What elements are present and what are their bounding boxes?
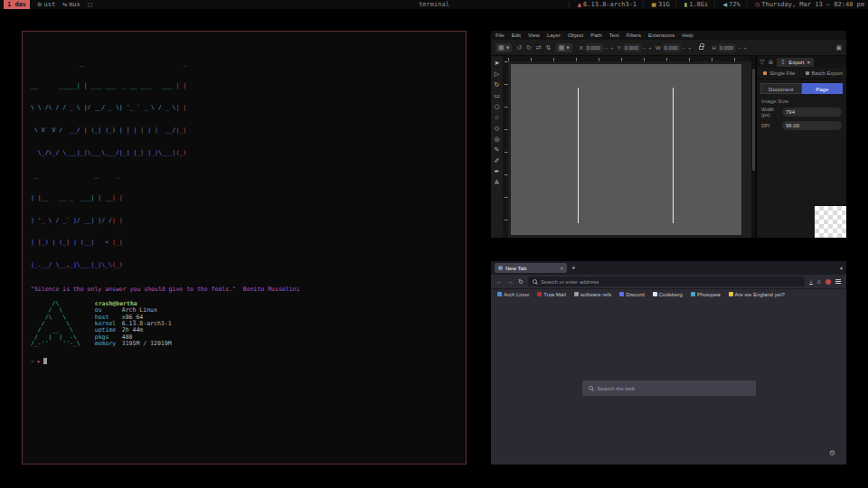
toolbox-tool-icon[interactable]: A <box>492 177 502 187</box>
spinbox[interactable]: W 0.000 − + <box>656 43 693 52</box>
extension-icon[interactable] <box>826 279 831 285</box>
spinbox-decrement[interactable]: − <box>682 45 687 51</box>
bookmark-item[interactable]: Are we England yet? <box>729 292 785 297</box>
spinbox-increment[interactable]: + <box>647 45 653 51</box>
spinbox[interactable]: Y 0.000 − + <box>618 43 653 52</box>
toolbox-tool-icon[interactable]: ◎ <box>492 134 502 144</box>
inkscape-canvas[interactable] <box>503 56 751 238</box>
export-mode-tab[interactable]: Batch Export <box>802 68 847 79</box>
tab-close-icon[interactable]: × <box>560 266 563 271</box>
url-bar[interactable]: Search or enter address <box>528 277 805 286</box>
toolbox-tool-icon[interactable]: ○ <box>492 101 502 111</box>
scrollbar-thumb[interactable] <box>752 69 755 171</box>
inkscape-window[interactable]: File Edit View Layer Object Path Text Fi… <box>491 31 846 238</box>
toolbox-tool-icon[interactable]: ▷ <box>492 69 502 79</box>
menu-item[interactable]: Filters <box>627 33 641 38</box>
selection-mode-dropdown[interactable]: ▦ ▾ <box>495 43 512 52</box>
bookmark-item[interactable]: Arch Linux <box>497 292 529 297</box>
new-tab-button[interactable]: + <box>571 264 576 272</box>
horizontal-ruler[interactable] <box>508 56 751 61</box>
reload-icon[interactable]: ↻ <box>518 278 524 286</box>
toolbox-tool-icon[interactable]: ➤ <box>492 58 502 68</box>
vertical-path-line[interactable] <box>673 88 674 222</box>
spinbox-increment[interactable]: + <box>609 45 615 51</box>
rotate-ccw-icon[interactable]: ↺ <box>516 44 522 52</box>
toolbox-tool-icon[interactable]: ▭ <box>492 90 502 100</box>
home-icon[interactable]: ⌂ <box>817 278 821 285</box>
menu-item[interactable]: Text <box>609 33 619 38</box>
document-button[interactable]: Document <box>760 83 802 94</box>
toolbox-tool-icon[interactable]: ↻ <box>492 80 502 89</box>
spinbox-decrement[interactable]: − <box>604 45 609 51</box>
terminal-window[interactable]: _ _ __ _____| | ___ ___ _ __ ___ ___ | |… <box>22 31 467 465</box>
statusbar-module[interactable]: □ <box>88 0 95 9</box>
menu-item[interactable]: Edit <box>512 33 521 38</box>
spinbox[interactable]: X 0.000 − + <box>580 43 615 52</box>
back-icon[interactable]: ← <box>496 278 503 285</box>
vertical-path-line[interactable] <box>578 88 579 222</box>
bookmark-item[interactable]: Codeberg <box>653 292 683 297</box>
workspace-indicator[interactable]: 1 dev <box>4 0 30 9</box>
tab-title: New Tab <box>505 266 526 271</box>
page-button[interactable]: Page <box>802 83 844 94</box>
spinbox-value[interactable]: 0.000 <box>718 43 736 52</box>
export-dialog-tab[interactable]: ↥ Export × <box>777 58 814 67</box>
personalize-gear-icon[interactable]: ⚙ <box>829 449 835 457</box>
toolbox-tool-icon[interactable]: ✎ <box>492 145 502 155</box>
toolbox-tool-icon[interactable]: ✐ <box>492 155 502 165</box>
width-label: Width (px) <box>761 107 779 117</box>
width-input[interactable]: 794 <box>782 108 842 117</box>
bookmark-item[interactable]: Tuta Mail <box>537 292 565 297</box>
rotate-cw-icon[interactable]: ↻ <box>526 44 532 52</box>
menu-item[interactable]: View <box>528 33 540 38</box>
spinbox-decrement[interactable]: − <box>737 45 742 51</box>
menu-icon[interactable] <box>835 279 841 284</box>
ascii-art-exclamation: _ <box>112 172 123 179</box>
height-spinbox[interactable]: H 0.000 − + <box>712 43 748 52</box>
spinbox-value[interactable]: 0.000 <box>585 43 603 52</box>
browser-window[interactable]: New Tab × + ▾ ← → ↻ Search or enter addr… <box>491 261 846 465</box>
export-mode-tab[interactable]: Single File <box>757 68 802 79</box>
toolbox-tool-icon[interactable]: ☆ <box>492 112 502 122</box>
menu-item[interactable]: Extensions <box>648 33 675 38</box>
spinbox-value[interactable]: 0.000 <box>623 43 641 52</box>
menu-item[interactable]: Layer <box>547 33 561 38</box>
canvas-page[interactable] <box>511 64 741 235</box>
spinbox-value[interactable]: 0.000 <box>663 43 681 52</box>
bookmark-item[interactable]: Photopea <box>691 292 721 297</box>
menu-item[interactable]: Path <box>590 33 601 38</box>
toolbox-tool-icon[interactable]: ◇ <box>492 123 502 133</box>
spinbox-decrement[interactable]: − <box>642 45 647 51</box>
web-search-box[interactable]: Search the web <box>582 380 756 396</box>
lock-ratio-icon[interactable] <box>699 46 703 50</box>
fill-stroke-icon[interactable]: ▽ <box>760 59 764 66</box>
statusbar-module[interactable]: ⇆ mux <box>62 0 80 9</box>
spinbox-increment[interactable]: + <box>742 45 748 51</box>
menu-item[interactable]: Help <box>682 33 693 38</box>
close-icon[interactable]: × <box>807 60 810 65</box>
layers-icon[interactable]: ≣ <box>768 59 773 66</box>
ascii-art-exclamation: (_) <box>175 149 186 156</box>
browser-tab[interactable]: New Tab × <box>495 263 567 273</box>
status-module: ◀ 72% <box>712 0 741 9</box>
toolbox-tool-icon[interactable]: ✒ <box>492 166 502 176</box>
flip-vertical-icon[interactable]: ⇅ <box>546 44 552 52</box>
fetch-info: crash@bertha osArch Linux hostx86_64 ker… <box>95 301 172 348</box>
bookmark-item[interactable]: Discord <box>619 292 644 297</box>
module-label: mux <box>69 0 80 9</box>
spinbox-increment[interactable]: + <box>687 45 693 51</box>
list-all-tabs-icon[interactable]: ▾ <box>840 265 843 271</box>
bookmark-item[interactable]: software refs <box>574 292 611 297</box>
dpi-input[interactable]: 96.00 <box>782 121 842 130</box>
shell-prompt[interactable]: ~ ▸ <box>31 358 458 365</box>
vertical-ruler[interactable] <box>503 61 508 238</box>
menu-item[interactable]: Object <box>568 33 583 38</box>
statusbar-module[interactable]: ⚙ ust <box>37 0 55 9</box>
downloads-icon[interactable]: ↓ <box>809 278 813 285</box>
flip-horizontal-icon[interactable]: ⇄ <box>536 44 542 52</box>
forward-icon[interactable]: → <box>507 278 514 285</box>
menu-item[interactable]: File <box>495 33 505 38</box>
align-dropdown[interactable]: ▦ ▾ <box>556 43 572 52</box>
scale-stroke-icon[interactable]: ▣ <box>835 44 842 52</box>
status-module: ▲ 6.13.8-arch3-1 <box>567 0 637 9</box>
